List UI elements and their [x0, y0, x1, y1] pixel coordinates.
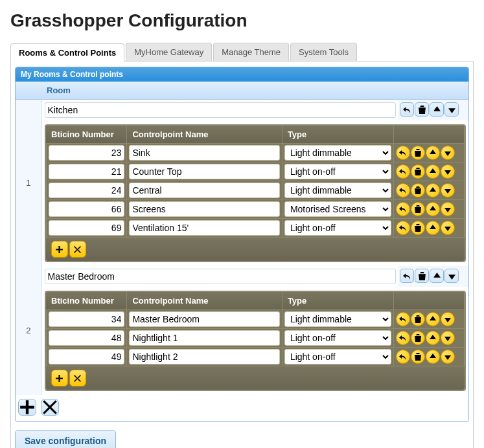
cp-col-num-header: Bticino Number [46, 292, 127, 310]
cp-footer [46, 366, 465, 390]
cp-number-input[interactable] [49, 164, 125, 179]
cp-type-select[interactable]: Light dimmableLight on-offMotorised Scre… [284, 201, 391, 217]
cp-number-input[interactable] [49, 311, 125, 327]
cp-down-button[interactable] [441, 146, 455, 160]
cp-name-input[interactable] [129, 330, 279, 346]
tab-0[interactable]: Rooms & Control Points [10, 43, 124, 62]
cp-col-name-header: Controlpoint Name [127, 292, 282, 310]
cp-undo-button[interactable] [396, 202, 410, 216]
cp-delete-button[interactable] [411, 164, 425, 179]
cp-undo-button[interactable] [396, 164, 410, 179]
cp-undo-button[interactable] [396, 331, 410, 345]
cp-table-wrapper: Bticino NumberControlpoint NameTypeLight… [45, 291, 467, 391]
room-index: 2 [16, 266, 41, 395]
cp-delete-button[interactable] [411, 312, 425, 326]
cp-type-select[interactable]: Light dimmableLight on-offMotorised Scre… [284, 145, 391, 161]
cp-number-input[interactable] [49, 330, 125, 346]
cp-undo-button[interactable] [396, 146, 410, 160]
room-down-button[interactable] [444, 102, 459, 117]
cp-delete-button[interactable] [411, 146, 425, 160]
cp-down-button[interactable] [441, 350, 455, 364]
cp-down-button[interactable] [441, 221, 455, 235]
cp-type-select[interactable]: Light dimmableLight on-offMotorised Scre… [284, 349, 391, 364]
cp-type-select[interactable]: Light dimmableLight on-offMotorised Scre… [284, 183, 391, 198]
panel-title: My Rooms & Control points [16, 67, 468, 82]
cp-number-input[interactable] [49, 201, 125, 217]
cp-undo-button[interactable] [396, 221, 410, 235]
cp-number-input[interactable] [49, 145, 125, 161]
save-button[interactable]: Save configuration [15, 430, 116, 448]
tab-1[interactable]: MyHome Gateway [126, 43, 212, 61]
room-delete-button[interactable] [415, 102, 429, 117]
cp-delete-button[interactable] [411, 221, 425, 235]
cp-col-name-header: Controlpoint Name [127, 126, 282, 144]
cancel-room-button[interactable] [41, 399, 59, 416]
cp-up-button[interactable] [426, 331, 440, 345]
cp-number-input[interactable] [49, 220, 125, 236]
cp-down-button[interactable] [441, 183, 455, 197]
room-undo-button[interactable] [400, 102, 414, 117]
cp-row: Light dimmableLight on-offMotorised Scre… [46, 162, 465, 181]
cp-number-input[interactable] [49, 349, 125, 364]
cp-undo-button[interactable] [396, 312, 410, 326]
add-room-button[interactable] [18, 399, 36, 416]
cp-up-button[interactable] [426, 350, 440, 364]
cp-undo-button[interactable] [396, 350, 410, 364]
cp-row: Light dimmableLight on-offMotorised Scre… [46, 219, 465, 238]
cp-down-button[interactable] [441, 312, 455, 326]
cp-name-input[interactable] [129, 220, 279, 236]
tab-bar: Rooms & Control PointsMyHome GatewayMana… [10, 43, 474, 62]
tab-2[interactable]: Manage Theme [213, 43, 289, 61]
cp-type-select[interactable]: Light dimmableLight on-offMotorised Scre… [284, 330, 391, 346]
cp-col-actions-header [393, 292, 464, 310]
cp-down-button[interactable] [441, 164, 455, 179]
cp-col-num-header: Bticino Number [46, 126, 127, 144]
cp-down-button[interactable] [441, 331, 455, 345]
page-title: Grasshopper Configuration [10, 10, 474, 31]
room-down-button[interactable] [444, 269, 459, 283]
col-actions-header [398, 82, 468, 100]
cp-type-select[interactable]: Light dimmableLight on-offMotorised Scre… [284, 220, 391, 236]
cp-up-button[interactable] [426, 164, 440, 179]
cp-up-button[interactable] [426, 312, 440, 326]
cp-type-select[interactable]: Light dimmableLight on-offMotorised Scre… [284, 311, 391, 327]
cp-type-select[interactable]: Light dimmableLight on-offMotorised Scre… [284, 164, 391, 179]
rooms-footer [16, 395, 468, 421]
cp-delete-button[interactable] [411, 331, 425, 345]
cp-up-button[interactable] [426, 202, 440, 216]
cp-number-input[interactable] [49, 183, 125, 198]
room-name-input[interactable] [45, 269, 397, 284]
cp-delete-button[interactable] [411, 202, 425, 216]
cp-row: Light dimmableLight on-offMotorised Scre… [46, 200, 465, 219]
col-room-header: Room [41, 82, 398, 100]
room-up-button[interactable] [430, 269, 444, 283]
room-delete-button[interactable] [415, 269, 429, 283]
cp-delete-button[interactable] [411, 350, 425, 364]
cp-col-actions-header [393, 126, 464, 144]
room-up-button[interactable] [430, 102, 444, 117]
cp-up-button[interactable] [426, 221, 440, 235]
tab-content-rooms: My Rooms & Control points Room 1Bticino … [10, 62, 474, 448]
cp-name-input[interactable] [129, 201, 279, 217]
cp-row: Light dimmableLight on-offMotorised Scre… [46, 181, 465, 200]
tab-3[interactable]: System Tools [290, 43, 357, 61]
cp-up-button[interactable] [426, 183, 440, 197]
cp-name-input[interactable] [129, 311, 279, 327]
cp-row: Light dimmableLight on-offMotorised Scre… [46, 310, 465, 329]
cancel-cp-button[interactable] [69, 370, 86, 386]
cp-name-input[interactable] [129, 145, 279, 161]
cp-name-input[interactable] [129, 183, 279, 198]
room-name-input[interactable] [45, 102, 397, 118]
add-cp-button[interactable] [51, 370, 68, 386]
cp-up-button[interactable] [426, 146, 440, 160]
room-undo-button[interactable] [400, 269, 414, 283]
cp-delete-button[interactable] [411, 183, 425, 197]
add-cp-button[interactable] [51, 241, 68, 258]
col-idx-header [16, 82, 41, 100]
cp-name-input[interactable] [129, 349, 279, 364]
cp-table: Bticino NumberControlpoint NameTypeLight… [46, 292, 465, 366]
cp-name-input[interactable] [129, 164, 279, 179]
cp-down-button[interactable] [441, 202, 455, 216]
cp-undo-button[interactable] [396, 183, 410, 197]
cancel-cp-button[interactable] [69, 241, 86, 258]
